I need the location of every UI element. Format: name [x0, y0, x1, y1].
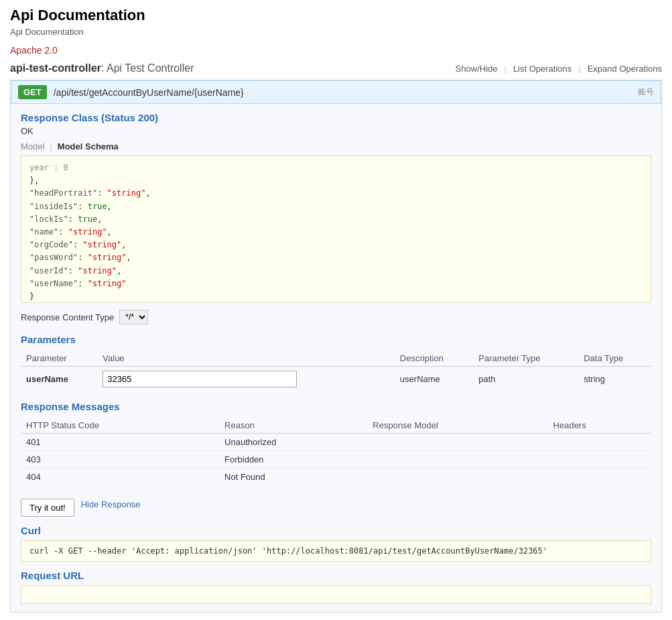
schema-line-10: "userName": "string" — [29, 277, 643, 290]
model-401 — [367, 434, 547, 451]
schema-box: year : 0 }, "headPortrait": "string", "i… — [21, 156, 651, 303]
headers-401 — [548, 434, 651, 451]
headers-404 — [548, 469, 651, 486]
table-row: userName userName path string — [21, 367, 651, 392]
apache-link[interactable]: Apache 2.0 — [10, 45, 58, 56]
content-type-row: Response Content Type */* — [21, 310, 651, 324]
divider2: | — [578, 64, 580, 74]
param-value-cell — [97, 367, 395, 392]
curl-box: curl -X GET --header 'Accept: applicatio… — [21, 540, 651, 562]
status-401: 401 — [21, 434, 219, 451]
schema-line-6: "name": "string", — [29, 226, 643, 239]
expand-operations-link[interactable]: Expand Operations — [588, 64, 662, 74]
schema-line-4: "insideIs": true, — [29, 200, 643, 213]
show-hide-link[interactable]: Show/Hide — [456, 64, 498, 74]
table-row: 404 Not Found — [21, 469, 651, 486]
param-description: userName — [395, 367, 473, 392]
page-subtitle: Api Documentation — [10, 27, 662, 37]
param-type: path — [473, 367, 578, 392]
schema-line-9: "userId": "string", — [29, 265, 643, 277]
col-description: Description — [395, 351, 473, 367]
endpoint-path: /api/test/getAccountByUserName/{userName… — [54, 87, 244, 98]
list-operations-link[interactable]: List Operations — [513, 64, 572, 74]
content-type-select[interactable]: */* — [119, 310, 148, 324]
schema-line-5: "lockIs": true, — [29, 213, 643, 226]
controller-header: api-test-controller: Api Test Controller… — [10, 62, 662, 74]
schema-line-1: year : 0 — [29, 162, 643, 174]
endpoint-section: GET /api/test/getAccountByUserName/{user… — [10, 80, 662, 613]
action-row: Try it out! Hide Response — [21, 492, 651, 517]
col-http-status: HTTP Status Code — [21, 418, 219, 434]
content-type-label: Response Content Type — [21, 312, 114, 322]
reason-401: Unauthorized — [219, 434, 367, 451]
param-value-input[interactable] — [103, 371, 297, 387]
headers-403 — [548, 451, 651, 469]
model-schema-tab[interactable]: Model Schema — [58, 141, 119, 151]
endpoint-content: Response Class (Status 200) OK Model | M… — [11, 104, 661, 612]
col-response-model: Response Model — [367, 418, 547, 434]
reason-403: Forbidden — [219, 451, 367, 469]
schema-line-8: "passWord": "string", — [29, 251, 643, 264]
model-tab[interactable]: Model — [21, 141, 44, 151]
request-url-box — [21, 585, 651, 604]
schema-line-11: } — [29, 290, 643, 303]
table-row: 403 Forbidden — [21, 451, 651, 469]
response-messages-table: HTTP Status Code Reason Response Model H… — [21, 418, 651, 485]
model-403 — [367, 451, 547, 469]
schema-line-3: "headPortrait": "string", — [29, 187, 643, 200]
model-tabs: Model | Model Schema — [21, 141, 651, 151]
response-class-title: Response Class (Status 200) — [21, 112, 651, 123]
controller-description: : Api Test Controller — [101, 62, 194, 74]
col-parameter: Parameter — [21, 351, 97, 367]
endpoint-bar: GET /api/test/getAccountByUserName/{user… — [11, 80, 661, 104]
response-messages-section: Response Messages HTTP Status Code Reaso… — [21, 401, 651, 485]
controller-title: api-test-controller: Api Test Controller — [10, 62, 194, 74]
col-reason: Reason — [219, 418, 367, 434]
endpoint-note: 账号 — [638, 86, 654, 98]
schema-line-2: }, — [29, 174, 643, 187]
hide-response-link[interactable]: Hide Response — [81, 499, 141, 509]
col-data-type: Data Type — [578, 351, 651, 367]
curl-title: Curl — [21, 525, 651, 536]
col-parameter-type: Parameter Type — [473, 351, 578, 367]
reason-404: Not Found — [219, 469, 367, 486]
params-header-row: Parameter Value Description Parameter Ty… — [21, 351, 651, 367]
status-404: 404 — [21, 469, 219, 486]
col-headers: Headers — [548, 418, 651, 434]
response-messages-title: Response Messages — [21, 401, 651, 412]
response-class-section: Response Class (Status 200) OK Model | M… — [21, 112, 651, 303]
response-header-row: HTTP Status Code Reason Response Model H… — [21, 418, 651, 434]
parameters-title: Parameters — [21, 334, 651, 345]
parameters-section: Parameters Parameter Value Description P… — [21, 334, 651, 391]
try-it-out-button[interactable]: Try it out! — [21, 499, 74, 517]
status-403: 403 — [21, 451, 219, 469]
page-title: Api Documentation — [10, 7, 662, 24]
param-data-type: string — [578, 367, 651, 392]
controller-actions: Show/Hide | List Operations | Expand Ope… — [456, 64, 662, 74]
controller-name: api-test-controller — [10, 62, 101, 74]
table-row: 401 Unauthorized — [21, 434, 651, 451]
model-tab-divider: | — [50, 141, 52, 151]
parameters-table: Parameter Value Description Parameter Ty… — [21, 351, 651, 391]
response-status: OK — [21, 126, 651, 136]
schema-line-7: "orgCode": "string", — [29, 239, 643, 251]
col-value: Value — [97, 351, 395, 367]
model-404 — [367, 469, 547, 486]
request-url-title: Request URL — [21, 570, 651, 581]
divider1: | — [504, 64, 506, 74]
param-name: userName — [21, 367, 97, 392]
method-badge: GET — [18, 85, 47, 99]
